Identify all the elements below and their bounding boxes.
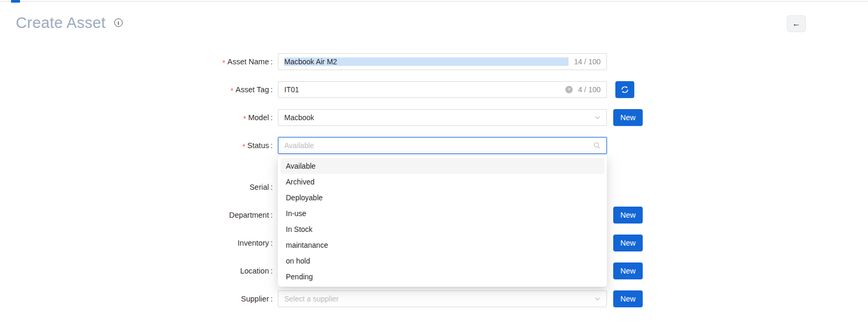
supplier-select[interactable]: Select a supplier: [278, 290, 607, 307]
status-placeholder: Available: [284, 141, 589, 150]
form-row-supplier: Supplier : Select a supplier New: [0, 290, 643, 307]
inventory-label: Inventory :: [0, 239, 278, 247]
info-icon[interactable]: i: [114, 18, 123, 27]
model-select[interactable]: Macbook: [278, 109, 607, 126]
label-colon: :: [271, 267, 273, 275]
form-row-asset-name: * Asset Name : Macbook Air M2 14 / 100: [0, 53, 643, 70]
required-asterisk: *: [223, 59, 225, 66]
label-text: Model: [248, 113, 269, 122]
new-model-button[interactable]: New: [613, 109, 643, 126]
asset-tag-counter: 4 / 100: [578, 85, 601, 94]
label-colon: :: [271, 239, 273, 247]
top-accent-bar: [11, 0, 20, 3]
back-button[interactable]: ←: [787, 15, 806, 32]
new-location-button[interactable]: New: [613, 262, 643, 279]
label-colon: :: [271, 141, 273, 150]
label-colon: :: [271, 57, 273, 66]
back-arrow-icon: ←: [792, 19, 801, 28]
form-row-asset-tag: * Asset Tag : IT01 × 4 / 100: [0, 81, 643, 98]
dropdown-option[interactable]: on hold: [281, 253, 604, 269]
location-label: Location :: [0, 267, 278, 275]
form-row-status: * Status : Available Available Arch: [0, 137, 643, 154]
label-text: Serial: [250, 183, 269, 191]
dropdown-option[interactable]: Deployable: [281, 190, 604, 206]
new-department-button[interactable]: New: [613, 207, 643, 223]
search-icon: [593, 142, 601, 149]
label-text: Supplier: [241, 295, 269, 303]
form-row-model: * Model : Macbook New: [0, 109, 643, 126]
asset-tag-value: IT01: [284, 85, 561, 94]
supplier-label: Supplier :: [0, 295, 278, 303]
generate-tag-button[interactable]: [615, 81, 634, 98]
asset-name-value: Macbook Air M2: [284, 57, 568, 66]
required-asterisk: *: [242, 143, 245, 150]
label-colon: :: [271, 211, 273, 219]
top-border: [0, 1, 868, 2]
page-header: Create Asset i: [16, 14, 123, 32]
label-colon: :: [271, 85, 273, 94]
asset-tag-input[interactable]: IT01 × 4 / 100: [278, 81, 607, 98]
department-label: Department :: [0, 211, 278, 219]
label-colon: :: [271, 295, 273, 303]
sync-icon: [621, 85, 629, 94]
label-text: Asset Tag: [236, 85, 269, 94]
label-colon: :: [271, 183, 273, 191]
dropdown-option[interactable]: Archived: [281, 174, 604, 190]
asset-name-counter: 14 / 100: [574, 57, 601, 66]
label-text: Status: [247, 141, 269, 150]
label-text: Asset Name: [227, 57, 269, 66]
new-inventory-button[interactable]: New: [613, 235, 643, 251]
label-colon: :: [271, 113, 273, 122]
clear-circle-icon[interactable]: ×: [565, 86, 573, 93]
chevron-down-icon: [594, 296, 601, 302]
dropdown-option[interactable]: maintanance: [281, 237, 604, 253]
asset-name-input[interactable]: Macbook Air M2 14 / 100: [278, 53, 607, 70]
dropdown-option[interactable]: Available: [281, 158, 604, 174]
supplier-placeholder: Select a supplier: [284, 295, 590, 303]
label-text: Location: [240, 267, 269, 275]
model-value: Macbook: [284, 113, 590, 122]
status-label: * Status :: [0, 141, 278, 150]
label-text: Department: [229, 211, 269, 219]
status-select[interactable]: Available: [278, 137, 607, 154]
required-asterisk: *: [243, 115, 246, 122]
serial-label: Serial :: [0, 183, 278, 191]
page-title: Create Asset: [16, 14, 106, 32]
chevron-down-icon: [594, 114, 601, 121]
create-asset-form: * Asset Name : Macbook Air M2 14 / 100 *…: [0, 53, 643, 318]
label-text: Inventory: [237, 239, 269, 247]
status-dropdown: Available Archived Deployable In-use In …: [278, 156, 607, 287]
required-asterisk: *: [231, 87, 233, 94]
model-label: * Model :: [0, 113, 278, 122]
new-supplier-button[interactable]: New: [613, 290, 643, 307]
dropdown-option[interactable]: Pending: [281, 269, 604, 285]
dropdown-option[interactable]: In-use: [281, 206, 604, 221]
dropdown-option[interactable]: In Stock: [281, 221, 604, 237]
asset-tag-label: * Asset Tag :: [0, 85, 278, 94]
asset-name-label: * Asset Name :: [0, 57, 278, 66]
